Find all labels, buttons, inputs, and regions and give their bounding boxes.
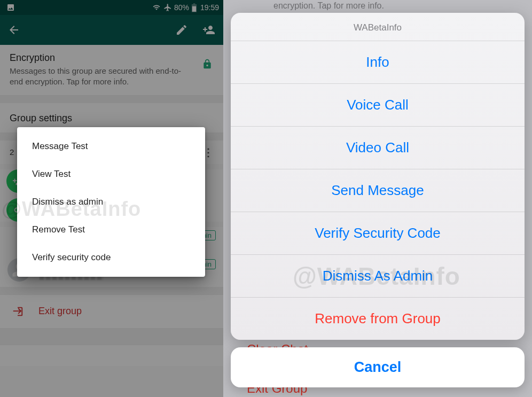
sheet-option-voice-call[interactable]: Voice Call	[231, 83, 525, 126]
wifi-icon	[152, 4, 161, 11]
edit-icon[interactable]	[175, 24, 188, 36]
sheet-title: WABetaInfo	[231, 13, 525, 41]
sheet-option-video-call[interactable]: Video Call	[231, 126, 525, 169]
sheet-option-verify-security[interactable]: Verify Security Code	[231, 212, 525, 254]
ios-screen: encryption. Tap for more info. Clear Cha…	[223, 0, 532, 397]
sheet-option-dismiss-admin[interactable]: Dismiss As Admin	[231, 254, 525, 297]
exit-icon	[12, 306, 24, 317]
menu-item-message[interactable]: Message Test	[17, 133, 205, 160]
menu-item-remove[interactable]: Remove Test	[17, 216, 205, 244]
android-appbar	[0, 15, 223, 45]
android-statusbar: 80% 19:59	[0, 0, 223, 15]
battery-icon	[191, 3, 197, 12]
context-menu: Message Test View Test Dismiss as admin …	[17, 127, 205, 277]
sheet-option-remove-from-group[interactable]: Remove from Group	[231, 297, 525, 340]
lock-icon	[202, 58, 213, 71]
encryption-subtitle: Messages to this group are secured with …	[10, 66, 214, 88]
encryption-title: Encryption	[10, 52, 214, 64]
menu-item-view[interactable]: View Test	[17, 160, 205, 188]
battery-percent: 80%	[174, 3, 189, 12]
action-sheet: WABetaInfo Info Voice Call Video Call Se…	[231, 13, 525, 340]
sheet-option-info[interactable]: Info	[231, 41, 525, 83]
sheet-cancel-button[interactable]: Cancel	[231, 347, 525, 387]
menu-item-verify[interactable]: Verify security code	[17, 244, 205, 271]
add-person-icon[interactable]	[202, 24, 216, 36]
clock: 19:59	[200, 3, 219, 12]
back-icon[interactable]	[7, 24, 20, 36]
exit-group-label: Exit group	[38, 306, 82, 317]
airplane-icon	[163, 3, 172, 12]
encryption-section[interactable]: Encryption Messages to this group are se…	[0, 45, 223, 96]
image-icon	[6, 3, 15, 12]
sheet-option-send-message[interactable]: Send Message	[231, 169, 525, 212]
exit-group-row[interactable]: Exit group	[0, 294, 223, 329]
android-screen: 80% 19:59 Encryption Messages to this gr…	[0, 0, 223, 397]
menu-item-dismiss-admin[interactable]: Dismiss as admin	[17, 188, 205, 216]
participants-count: 2	[10, 147, 14, 157]
